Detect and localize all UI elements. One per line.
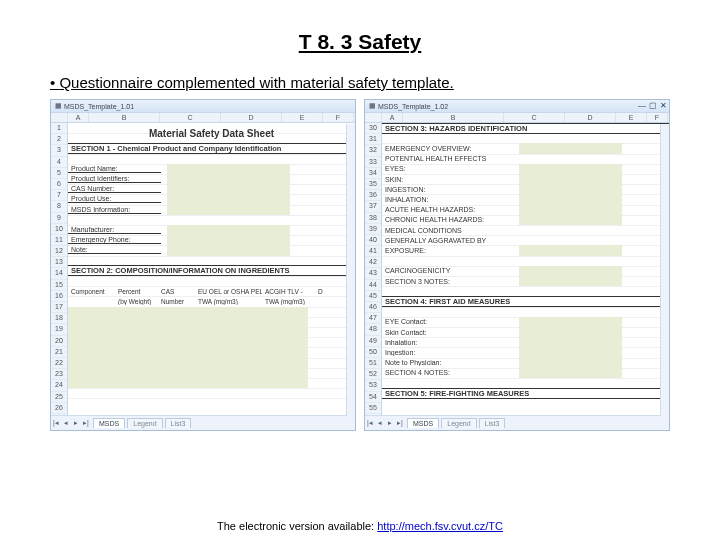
bullet-text: Questionnaire complemented with material… [50,74,670,91]
footer-text: The electronic version available: http:/… [0,520,720,532]
window-titlebar: ▦ MSDS_Template_1.01 [51,100,355,112]
right-excel-window: ▦ MSDS_Template_1.02 — ▢ ✕ ABCDEF 303132… [364,99,670,431]
tab-nav-next[interactable]: ▸ [385,419,395,427]
sheet-tab-list3[interactable]: List3 [479,418,506,428]
close-icon[interactable]: ✕ [660,101,667,110]
left-excel-window: ▦ MSDS_Template_1.01 ABCDEF 123456789101… [50,99,356,431]
cells-area: SECTION 3: HAZARDS IDENTIFICATIONEMERGEN… [382,123,669,415]
slide-title: T 8. 3 Safety [50,30,670,54]
excel-icon: ▦ [369,102,376,110]
tab-nav-last[interactable]: ▸| [81,419,91,427]
tab-nav-prev[interactable]: ◂ [61,419,71,427]
column-headers: ABCDEF [365,112,669,123]
vertical-scrollbar[interactable] [660,124,669,416]
row-numbers: 3031323334353637383940414243444546474849… [365,123,382,415]
file-name: MSDS_Template_1.02 [378,103,448,110]
sheet-tab-legend[interactable]: Legend [441,418,476,428]
tab-nav-prev[interactable]: ◂ [375,419,385,427]
window-titlebar: ▦ MSDS_Template_1.02 — ▢ ✕ [365,100,669,112]
sheet-tab-legend[interactable]: Legend [127,418,162,428]
tab-nav-last[interactable]: ▸| [395,419,405,427]
footer-link[interactable]: http://mech.fsv.cvut.cz/TC [377,520,503,532]
minimize-icon[interactable]: — [638,101,646,110]
sheet-tab-bar: |◂ ◂ ▸ ▸| MSDS Legend List3 [51,415,355,430]
tab-nav-next[interactable]: ▸ [71,419,81,427]
column-headers: ABCDEF [51,112,355,123]
sheet-tab-msds[interactable]: MSDS [407,418,439,428]
sheet-tab-bar: |◂ ◂ ▸ ▸| MSDS Legend List3 [365,415,669,430]
cells-area: Material Safety Data SheetSECTION 1 - Ch… [68,123,355,415]
row-numbers: 1234567891011121314151617181920212223242… [51,123,68,415]
tab-nav-first[interactable]: |◂ [51,419,61,427]
vertical-scrollbar[interactable] [346,124,355,416]
sheet-tab-list3[interactable]: List3 [165,418,192,428]
file-name: MSDS_Template_1.01 [64,103,134,110]
tab-nav-first[interactable]: |◂ [365,419,375,427]
excel-icon: ▦ [55,102,62,110]
sheet-tab-msds[interactable]: MSDS [93,418,125,428]
maximize-icon[interactable]: ▢ [649,101,657,110]
